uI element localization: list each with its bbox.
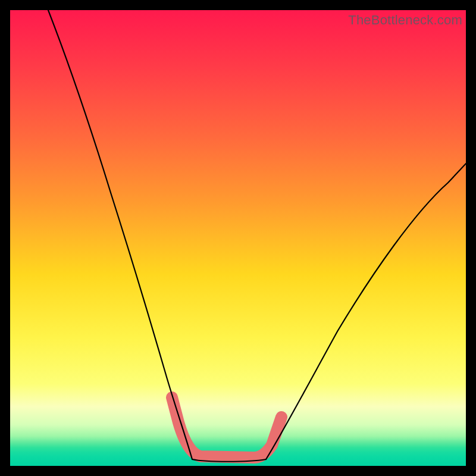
right-curve: [266, 164, 466, 459]
chart-frame: TheBottleneck.com: [10, 10, 466, 466]
curve-layer: [10, 10, 466, 466]
left-curve: [48, 10, 192, 459]
